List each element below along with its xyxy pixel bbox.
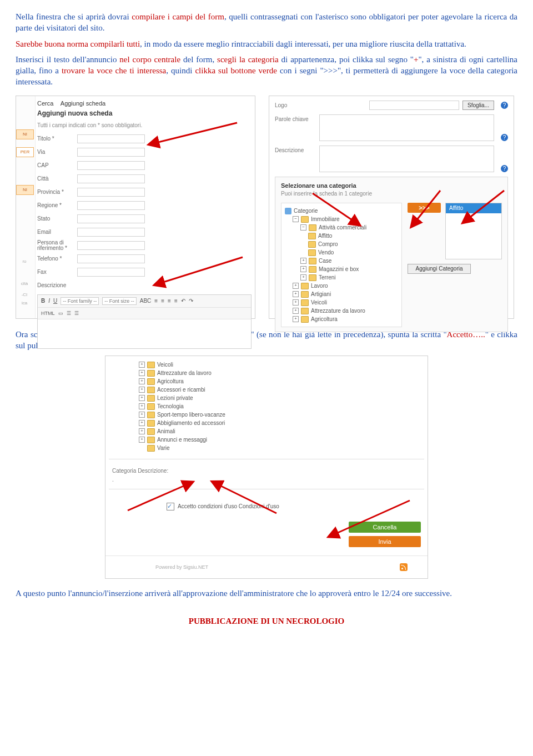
folder-icon (301, 299, 309, 306)
folder-icon (147, 395, 155, 402)
help-icon[interactable]: ? (501, 102, 508, 109)
align-icon[interactable]: ≡ (161, 297, 164, 305)
format-icon[interactable]: ▭ (58, 310, 63, 317)
expand-icon[interactable]: + (293, 283, 299, 289)
folder-icon (147, 412, 155, 418)
label-fax: Fax (37, 268, 77, 276)
label-descrizione: Descrizione (37, 282, 77, 289)
expand-icon[interactable]: + (139, 362, 145, 368)
category-subtitle: Puoi inserire la scheda in 1 categorie (281, 190, 502, 198)
align-icon[interactable]: ≡ (174, 297, 178, 305)
category-tree[interactable]: Categorie −Immobiliare −Attività commerc… (281, 203, 402, 327)
editor-abc[interactable]: ABC (140, 297, 152, 305)
accept-label[interactable]: Accetto condizioni d'uso Condizioni d'us… (178, 503, 279, 510)
input-logo-path[interactable] (369, 101, 459, 110)
submit-button[interactable]: Invia (349, 536, 421, 547)
expand-icon[interactable]: + (293, 299, 299, 306)
align-icon[interactable]: ≡ (154, 297, 158, 305)
editor-underline[interactable]: U (53, 297, 57, 305)
expand-icon[interactable]: + (300, 266, 306, 272)
label-descr2: Descrizione (275, 146, 319, 154)
move-right-button[interactable]: >>> (408, 203, 441, 213)
expand-icon[interactable]: + (139, 387, 145, 393)
textarea-keywords[interactable] (319, 114, 494, 141)
folder-icon (309, 224, 316, 231)
editor-font-family[interactable]: -- Font family -- (61, 297, 99, 305)
tab-search[interactable]: Cerca (37, 100, 53, 107)
expand-icon[interactable]: + (139, 395, 145, 401)
collapse-icon[interactable]: − (293, 216, 299, 222)
input-fax[interactable] (77, 268, 145, 277)
label-telefono: Telefono * (37, 255, 77, 263)
input-persona[interactable] (77, 241, 145, 250)
expand-icon[interactable]: + (139, 370, 145, 376)
editor-italic[interactable]: I (48, 297, 50, 305)
expand-icon[interactable]: + (139, 412, 145, 418)
cancel-button[interactable]: Cancella (349, 522, 421, 533)
collapse-icon[interactable]: − (300, 224, 306, 231)
expand-icon[interactable]: + (139, 420, 145, 426)
intro-p3: Inserisci il testo dell'annuncio nel cor… (16, 54, 517, 88)
input-citta[interactable] (77, 174, 145, 183)
help-icon[interactable]: ? (501, 134, 508, 141)
textarea-descr[interactable] (319, 146, 494, 172)
category-tree-continued[interactable]: +Veicoli +Attrezzature da lavoro +Agrico… (105, 356, 428, 454)
help-icon[interactable]: ? (501, 165, 508, 172)
folder-icon (301, 216, 309, 223)
expand-icon[interactable]: + (139, 378, 145, 384)
folder-icon (147, 387, 155, 393)
rich-text-editor[interactable]: B I U -- Font family -- -- Font size -- … (37, 294, 252, 349)
list-ul-icon[interactable]: ☰ (67, 310, 71, 317)
list-ol-icon[interactable]: ☰ (74, 310, 79, 317)
expand-icon[interactable]: + (293, 308, 299, 314)
folder-icon (308, 241, 316, 248)
folder-icon (147, 428, 155, 435)
browse-button[interactable]: Sfoglia... (462, 101, 494, 111)
tab-add-card[interactable]: Aggiungi scheda (61, 100, 105, 107)
expand-icon[interactable]: + (139, 428, 145, 434)
input-stato[interactable] (77, 214, 145, 223)
folder-icon (147, 403, 155, 410)
align-icon[interactable]: ≡ (168, 297, 171, 305)
input-regione[interactable] (77, 201, 145, 210)
editor-font-size[interactable]: -- Font size -- (102, 297, 137, 305)
expand-icon[interactable]: + (300, 274, 306, 281)
redo-icon[interactable]: ↷ (189, 297, 193, 305)
powered-by: Powered by Sigsiu.NET (155, 564, 208, 570)
expand-icon[interactable]: + (300, 258, 306, 264)
screenshot-submit: +Veicoli +Attrezzature da lavoro +Agrico… (105, 356, 428, 579)
selected-categories-box: Affitto (445, 203, 502, 259)
folder-icon (301, 291, 309, 298)
selected-category-item[interactable]: Affitto (446, 203, 501, 213)
folder-icon (147, 362, 155, 368)
category-title: Selezionare una categoria (281, 182, 502, 190)
label-titolo: Titolo * (37, 135, 77, 143)
expand-icon[interactable]: + (293, 316, 299, 322)
expand-icon[interactable]: + (139, 437, 145, 443)
expand-icon[interactable]: + (139, 403, 145, 409)
label-citta: Città (37, 175, 77, 183)
label-provincia: Provincia * (37, 188, 77, 196)
editor-html[interactable]: HTML (41, 310, 55, 317)
intro-p2: Sarebbe buona norma compilarli tutti, in… (16, 38, 517, 49)
input-email[interactable] (77, 228, 145, 237)
input-provincia[interactable] (77, 188, 145, 197)
input-via[interactable] (77, 148, 145, 157)
divider (109, 459, 424, 459)
undo-icon[interactable]: ↶ (181, 297, 185, 305)
label-stato: Stato (37, 215, 77, 223)
label-email: Email (37, 228, 77, 236)
divider (109, 489, 424, 489)
add-category-button[interactable]: Aggiungi Categoria (408, 264, 471, 274)
editor-bold[interactable]: B (41, 297, 45, 305)
screenshot-category: Logo Sfoglia... ? Parole chiave ? Descri… (269, 96, 514, 319)
rss-icon[interactable] (400, 563, 408, 571)
folder-icon (147, 445, 155, 452)
label-keywords: Parole chiave (275, 114, 319, 123)
expand-icon[interactable]: + (293, 291, 299, 297)
accept-checkbox[interactable] (167, 503, 174, 510)
input-telefono[interactable] (77, 254, 145, 263)
input-cap[interactable] (77, 161, 145, 170)
required-note: Tutti i campi indicati con * sono obblig… (37, 122, 252, 129)
input-titolo[interactable] (77, 134, 145, 143)
